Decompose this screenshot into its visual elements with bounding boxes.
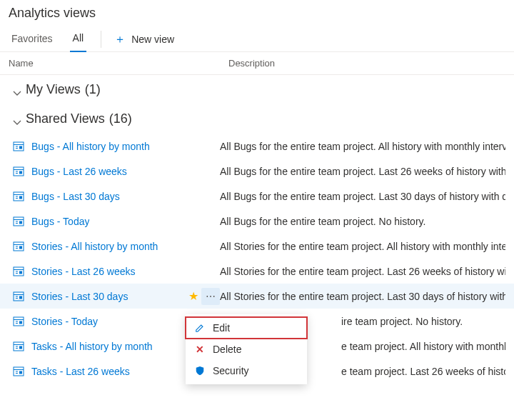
table-row[interactable]: Bugs - All history by monthAll Bugs for …	[0, 134, 514, 159]
view-icon	[13, 316, 24, 327]
page-title: Analytics views	[9, 6, 505, 21]
view-link[interactable]: Stories - Last 26 weeks	[31, 266, 136, 277]
column-name[interactable]: Name	[9, 58, 228, 69]
view-icon	[13, 241, 24, 252]
view-description: All Stories for the entire team project.…	[220, 241, 505, 252]
svg-rect-4	[19, 146, 22, 149]
svg-rect-19	[19, 221, 22, 224]
view-description: All Stories for the entire team project.…	[220, 291, 505, 302]
chevron-down-icon	[13, 86, 21, 94]
view-description: All Stories for the entire team project.…	[220, 266, 505, 277]
tab-all[interactable]: All	[70, 26, 87, 52]
table-row[interactable]: Stories - Last 30 days★⋯All Stories for …	[0, 284, 514, 309]
menu-delete[interactable]: ✕ Delete	[186, 339, 307, 360]
plus-icon: ＋	[114, 34, 126, 45]
view-description: All Bugs for the entire team project. La…	[220, 191, 505, 202]
view-icon	[13, 341, 24, 352]
view-icon	[13, 366, 24, 377]
view-link[interactable]: Bugs - Last 26 weeks	[31, 166, 127, 177]
view-description: All Bugs for the entire team project. Al…	[220, 141, 505, 152]
menu-security-label: Security	[213, 365, 249, 376]
table-row[interactable]: Bugs - Last 26 weeksAll Bugs for the ent…	[0, 159, 514, 184]
view-link[interactable]: Stories - All history by month	[31, 241, 158, 252]
table-row[interactable]: Bugs - TodayAll Bugs for the entire team…	[0, 209, 514, 234]
new-view-label: New view	[131, 34, 174, 45]
column-description[interactable]: Description	[228, 58, 505, 69]
section-label: Shared Views	[26, 111, 105, 126]
view-link[interactable]: Stories - Today	[31, 316, 98, 327]
section-my-views[interactable]: My Views (1)	[0, 75, 514, 104]
view-link[interactable]: Stories - Last 30 days	[31, 291, 128, 302]
divider	[101, 31, 101, 48]
view-link[interactable]: Tasks - Last 26 weeks	[31, 366, 130, 377]
favorite-star-icon[interactable]: ★	[186, 289, 201, 303]
svg-rect-49	[19, 371, 22, 374]
shield-icon	[194, 365, 206, 376]
section-count: (16)	[109, 111, 132, 126]
svg-rect-24	[19, 246, 22, 249]
tab-favorites[interactable]: Favorites	[9, 27, 56, 51]
svg-rect-34	[19, 296, 22, 299]
view-description: All Bugs for the entire team project. No…	[220, 216, 505, 227]
svg-rect-44	[19, 346, 22, 349]
view-icon	[13, 141, 24, 152]
section-label: My Views	[26, 82, 81, 97]
view-link[interactable]: Bugs - Today	[31, 216, 89, 227]
svg-rect-14	[19, 196, 22, 199]
table-row[interactable]: Stories - Last 26 weeksAll Stories for t…	[0, 259, 514, 284]
chevron-down-icon	[13, 115, 21, 124]
svg-rect-9	[19, 171, 22, 174]
new-view-button[interactable]: ＋ New view	[109, 29, 180, 49]
section-count: (1)	[85, 82, 101, 97]
view-description: All Bugs for the entire team project. La…	[220, 166, 505, 177]
column-headers: Name Description	[0, 52, 514, 75]
view-icon	[13, 216, 24, 227]
view-icon	[13, 191, 24, 202]
section-shared-views[interactable]: Shared Views (16)	[0, 104, 514, 134]
svg-rect-39	[19, 321, 22, 324]
view-link[interactable]: Bugs - All history by month	[31, 141, 150, 152]
table-row[interactable]: Stories - All history by monthAll Storie…	[0, 234, 514, 259]
view-icon	[13, 166, 24, 177]
view-link[interactable]: Bugs - Last 30 days	[31, 191, 120, 202]
menu-security[interactable]: Security	[186, 360, 307, 381]
pencil-icon	[194, 322, 206, 334]
toolbar: Favorites All ＋ New view	[0, 21, 514, 52]
menu-edit-label: Edit	[213, 322, 230, 334]
table-row[interactable]: Bugs - Last 30 daysAll Bugs for the enti…	[0, 184, 514, 209]
view-link[interactable]: Tasks - All history by month	[31, 341, 153, 352]
view-icon	[13, 266, 24, 277]
context-menu: Edit ✕ Delete Security	[186, 314, 307, 384]
menu-delete-label: Delete	[213, 344, 241, 355]
view-icon	[13, 291, 24, 302]
more-actions-button[interactable]: ⋯	[201, 288, 220, 305]
menu-edit[interactable]: Edit	[186, 317, 307, 339]
svg-rect-29	[19, 271, 22, 274]
x-icon: ✕	[194, 344, 206, 355]
